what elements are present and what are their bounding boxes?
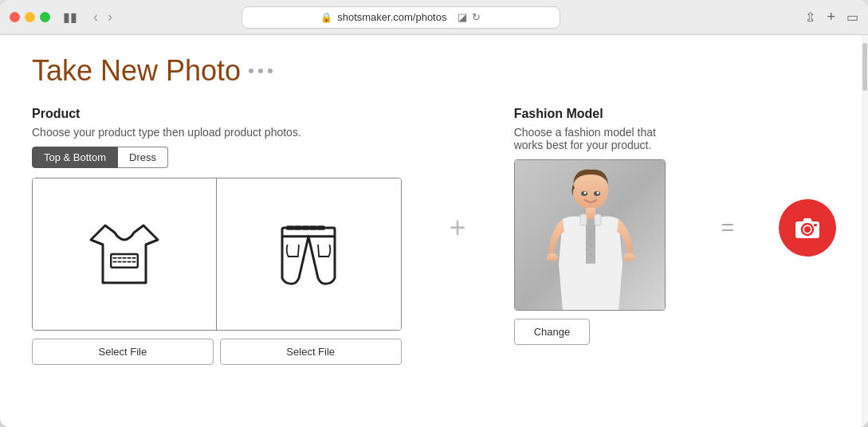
svg-point-30 xyxy=(596,192,599,194)
windows-icon[interactable]: ▭ xyxy=(846,10,858,25)
upload-area xyxy=(32,178,402,331)
change-model-button[interactable]: Change xyxy=(514,319,591,345)
title-dot-3 xyxy=(268,69,273,73)
title-bar: ▮▮ ‹ › 🔒 shotsmaker.com/photos ◪ ↻ ⇫ + ▭ xyxy=(0,0,868,35)
tab-top-bottom[interactable]: Top & Bottom xyxy=(32,147,118,168)
select-file-top-button[interactable]: Select File xyxy=(32,339,214,365)
upload-buttons: Select File Select File xyxy=(32,339,402,365)
product-section-desc: Choose your product type then upload pro… xyxy=(32,126,402,139)
product-section-title: Product xyxy=(32,107,402,121)
close-button[interactable] xyxy=(10,12,20,22)
svg-rect-21 xyxy=(595,214,601,225)
tab-dress[interactable]: Dress xyxy=(118,147,168,168)
bottom-upload-slot[interactable] xyxy=(217,178,400,330)
svg-point-24 xyxy=(589,253,592,257)
page-title: Take New Photo xyxy=(32,54,241,88)
title-dot-2 xyxy=(258,69,263,73)
back-button[interactable]: ‹ xyxy=(90,7,101,27)
model-image-container xyxy=(514,159,666,311)
svg-point-33 xyxy=(804,226,811,233)
page-title-area: Take New Photo xyxy=(32,54,836,88)
camera-icon xyxy=(793,214,822,242)
take-photo-button[interactable] xyxy=(779,199,836,257)
svg-rect-0 xyxy=(111,254,138,268)
scrollbar-thumb[interactable] xyxy=(862,43,867,91)
equals-symbol: = xyxy=(705,215,747,241)
new-tab-icon[interactable]: + xyxy=(827,9,835,25)
plus-symbol: + xyxy=(434,211,482,245)
model-image xyxy=(515,160,666,311)
forward-button[interactable]: › xyxy=(104,7,116,27)
top-upload-slot[interactable] xyxy=(33,178,217,330)
model-section: Fashion Model Choose a fashion model tha… xyxy=(514,107,674,345)
model-section-desc: Choose a fashion model that works best f… xyxy=(514,126,674,151)
translate-icon: ◪ xyxy=(458,11,467,23)
content-area: Take New Photo Product Choose your produ… xyxy=(0,35,868,427)
model-section-title: Fashion Model xyxy=(514,107,674,121)
shorts-icon xyxy=(261,202,356,306)
title-decorators xyxy=(249,69,273,73)
browser-window: ▮▮ ‹ › 🔒 shotsmaker.com/photos ◪ ↻ ⇫ + ▭… xyxy=(0,0,868,427)
svg-point-29 xyxy=(583,192,586,194)
title-dot-1 xyxy=(249,69,253,73)
main-layout: Product Choose your product type then up… xyxy=(32,107,836,365)
url-text: shotsmaker.com/photos xyxy=(337,11,446,23)
svg-point-22 xyxy=(589,234,592,237)
share-icon[interactable]: ⇫ xyxy=(805,10,815,25)
svg-rect-19 xyxy=(586,208,595,219)
scrollbar-track[interactable] xyxy=(862,35,868,427)
svg-rect-20 xyxy=(580,214,587,225)
lock-icon: 🔒 xyxy=(320,12,332,23)
toolbar-right: ⇫ + ▭ xyxy=(805,9,858,25)
svg-point-23 xyxy=(589,244,592,247)
nav-buttons: ‹ › xyxy=(90,7,116,27)
sidebar-toggle-icon[interactable]: ▮▮ xyxy=(63,10,77,25)
product-section: Product Choose your product type then up… xyxy=(32,107,402,365)
minimize-button[interactable] xyxy=(25,12,35,22)
maximize-button[interactable] xyxy=(40,12,50,22)
traffic-lights xyxy=(10,12,50,22)
svg-point-25 xyxy=(547,253,558,261)
product-type-tabs: Top & Bottom Dress xyxy=(32,147,402,168)
svg-rect-34 xyxy=(814,224,817,226)
tshirt-icon xyxy=(77,202,172,306)
svg-point-26 xyxy=(623,253,634,261)
address-bar[interactable]: 🔒 shotsmaker.com/photos ◪ ↻ xyxy=(242,6,560,29)
refresh-icon[interactable]: ↻ xyxy=(472,11,481,23)
select-file-bottom-button[interactable]: Select File xyxy=(220,339,402,365)
